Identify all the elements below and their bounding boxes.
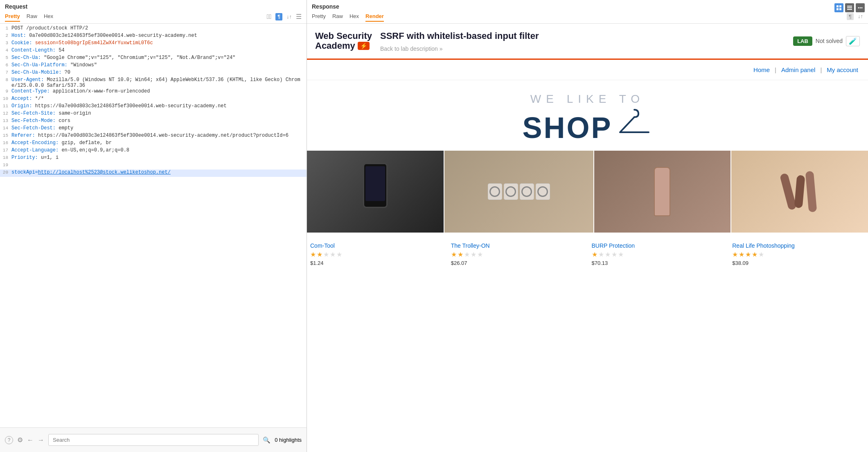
code-line-18: 18 Priority: u=1, i — [0, 155, 307, 162]
code-line-17: 17 Accept-Language: en-US,en;q=0.9,ar;q=… — [0, 147, 307, 155]
star-1-3: ★ — [323, 251, 329, 258]
star-4-2: ★ — [739, 251, 744, 258]
lab-status: LAB Not solved 🧪 — [793, 36, 860, 46]
svg-rect-2 — [836, 8, 839, 10]
tab-hex-response[interactable]: Hex — [349, 11, 359, 22]
code-line-11: 11 Origin: https://0a7e00d803c3e124863f5… — [0, 103, 307, 111]
star-1-4: ★ — [330, 251, 336, 258]
search-input[interactable] — [48, 434, 259, 446]
response-tabs: Pretty Raw Hex Render ¶ ↓↑ — [307, 10, 868, 24]
request-bottom-bar: ? ⚙ ← → 🔍 0 highlights — [0, 427, 307, 452]
code-line-12: 12 Sec-Fetch-Site: same-origin — [0, 111, 307, 118]
product-image-2 — [444, 151, 593, 233]
star-3-2: ★ — [598, 251, 604, 258]
svg-rect-4 — [847, 6, 852, 7]
svg-rect-3 — [839, 8, 841, 10]
request-panel: Request Pretty Raw Hex 👁̸ ¶ ↓↑ ☰ 1 POST … — [0, 0, 307, 452]
code-line-20: 20 stockApi=http://localhost%2523@stock.… — [0, 170, 307, 177]
product-image-3 — [594, 151, 731, 233]
svg-rect-1 — [839, 5, 841, 7]
svg-point-9 — [861, 7, 863, 9]
forward-icon[interactable]: → — [38, 436, 44, 444]
product-name-2[interactable]: The Trolley-ON — [451, 242, 584, 249]
svg-point-7 — [858, 7, 859, 9]
nav-my-account[interactable]: My account — [827, 66, 858, 73]
logo-icon-badge: ⚡ — [358, 42, 370, 50]
code-line-13: 13 Sec-Fetch-Mode: cors — [0, 118, 307, 125]
nav-sep-1: | — [775, 66, 776, 73]
tab-render-response[interactable]: Render — [365, 11, 384, 22]
tab-pretty-response[interactable]: Pretty — [312, 11, 326, 22]
in-icon-request[interactable]: ↓↑ — [286, 14, 292, 20]
star-2-3: ★ — [464, 251, 470, 258]
in-icon-response[interactable]: ↓↑ — [858, 13, 863, 20]
lightning-icon: ⚡ — [360, 43, 367, 49]
product-stars-2: ★ ★ ★ ★ ★ — [451, 251, 584, 258]
star-2-1: ★ — [451, 251, 457, 258]
product-stars-3: ★ ★ ★ ★ ★ — [592, 251, 724, 258]
request-tabs: Pretty Raw Hex 👁̸ ¶ ↓↑ ☰ — [0, 10, 307, 24]
code-line-1: 1 POST /product/stock HTTP/2 — [0, 25, 307, 33]
star-2-2: ★ — [458, 251, 463, 258]
code-line-8: 8 User-Agent: Mozilla/5.0 (Windows NT 10… — [0, 77, 307, 88]
hero-we-like-to: WE LIKE TO — [522, 93, 652, 106]
code-line-5: 5 Sec-Ch-Ua: "Google Chrome";v="125", "C… — [0, 55, 307, 62]
search-icon[interactable]: 🔍 — [263, 436, 271, 444]
response-tab-icons: ¶ ↓↑ — [847, 13, 863, 20]
logo-wrapper: Web Security Academy ⚡ — [315, 31, 372, 51]
nav-admin-panel[interactable]: Admin panel — [781, 66, 815, 73]
product-price-1: $1.24 — [310, 260, 443, 266]
menu-icon-request[interactable]: ☰ — [296, 13, 302, 20]
back-link-text[interactable]: Back to lab description — [380, 45, 438, 52]
product-images-row — [307, 151, 868, 233]
star-2-4: ★ — [471, 251, 476, 258]
code-line-15: 15 Referer: https://0a7e00d803c3e124863f… — [0, 133, 307, 140]
phone-screen — [365, 166, 385, 201]
back-link[interactable]: Back to lab description » — [380, 45, 785, 52]
text-format-icon[interactable]: ¶ — [275, 13, 282, 20]
star-3-5: ★ — [618, 251, 624, 258]
product-price-4: $38.09 — [732, 260, 865, 266]
star-4-5: ★ — [758, 251, 764, 258]
brush-3 — [805, 171, 817, 212]
star-2-5: ★ — [477, 251, 483, 258]
eye-slash-icon[interactable]: 👁̸ — [267, 13, 272, 20]
tab-pretty-request[interactable]: Pretty — [5, 11, 20, 22]
code-line-9: 9 Content-Type: application/x-www-form-u… — [0, 88, 307, 96]
tab-raw-request[interactable]: Raw — [27, 11, 37, 22]
help-icon[interactable]: ? — [5, 436, 13, 444]
code-line-4: 4 Content-Length: 54 — [0, 47, 307, 55]
list-view-icon[interactable] — [845, 3, 854, 12]
close-lab-icon[interactable]: 🧪 — [846, 36, 860, 46]
settings-icon[interactable]: ⚙ — [17, 436, 23, 444]
tab-hex-request[interactable]: Hex — [44, 11, 53, 22]
grid-view-icon[interactable] — [834, 3, 843, 12]
logo-line1: Web Security — [315, 31, 372, 41]
lab-title: SSRF with whitelist-based input filter — [380, 30, 785, 42]
finger-shape — [654, 167, 670, 216]
text-icon-response[interactable]: ¶ — [847, 13, 854, 20]
product-card-3: BURP Protection ★ ★ ★ ★ ★ $70.13 — [588, 239, 728, 269]
code-line-2: 2 Host: 0a7e00d803c3e124863f5ef300ee0014… — [0, 33, 307, 40]
product-price-3: $70.13 — [592, 260, 724, 266]
star-1-1: ★ — [310, 251, 316, 258]
dots-icon[interactable] — [856, 3, 865, 12]
request-code-area[interactable]: 1 POST /product/stock HTTP/2 2 Host: 0a7… — [0, 24, 307, 427]
back-icon[interactable]: ← — [27, 436, 34, 444]
logo-text-block: Web Security Academy ⚡ — [315, 31, 372, 51]
request-title: Request — [0, 0, 307, 10]
product-card-2: The Trolley-ON ★ ★ ★ ★ ★ $26.07 — [448, 239, 587, 269]
product-card-1: Com-Tool ★ ★ ★ ★ ★ $1.24 — [307, 239, 446, 269]
star-4-3: ★ — [745, 251, 751, 258]
product-stars-4: ★ ★ ★ ★ ★ — [732, 251, 865, 258]
tab-raw-response[interactable]: Raw — [332, 11, 343, 22]
star-3-1: ★ — [592, 251, 597, 258]
product-name-4[interactable]: Real Life Photoshopping — [732, 242, 865, 249]
hero-text-block: WE LIKE TO SHOP — [522, 93, 652, 142]
logo-line3: Academy — [315, 41, 355, 51]
shop-hero: WE LIKE TO SHOP — [307, 80, 868, 151]
product-name-3[interactable]: BURP Protection — [592, 242, 724, 249]
hero-row: SHOP — [522, 106, 652, 142]
product-name-1[interactable]: Com-Tool — [310, 242, 443, 249]
nav-home[interactable]: Home — [753, 66, 770, 73]
